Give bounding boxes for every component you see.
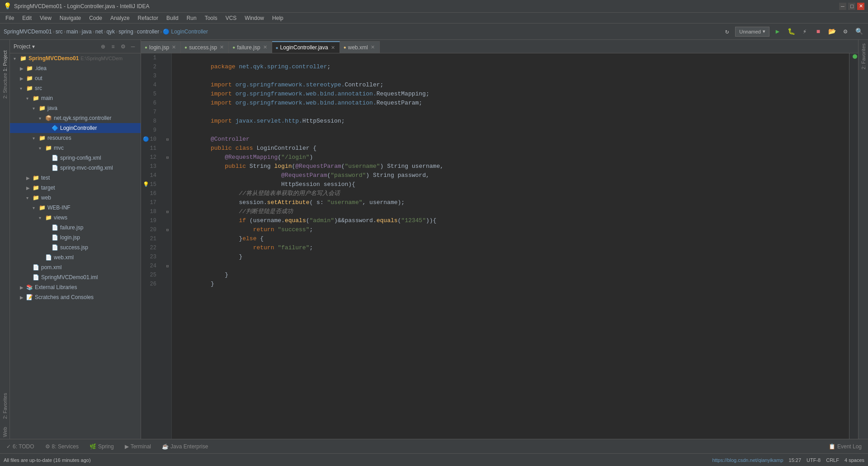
coverage-button[interactable]: ⚡ — [799, 26, 810, 37]
tree-test[interactable]: ▶ 📁 test — [10, 173, 141, 183]
structure-tool-btn[interactable]: 2: Structure — [0, 73, 10, 100]
fold-12[interactable]: ⊟ — [164, 153, 171, 162]
breadcrumb-net[interactable]: net — [95, 29, 103, 35]
gutter-10: 🔵10 — [141, 135, 160, 144]
run-button[interactable]: ▶ — [772, 26, 783, 37]
java-enterprise-label: Java Enterprise — [170, 443, 208, 450]
breadcrumb-project[interactable]: SpringMVCDemo01 — [4, 29, 52, 35]
menu-code[interactable]: Code — [85, 14, 106, 22]
tree-spring-config[interactable]: 📄 spring-config.xml — [10, 153, 141, 163]
menu-tools[interactable]: Tools — [201, 14, 221, 22]
sidebar-settings-btn[interactable]: ⚙ — [119, 43, 127, 51]
tab-success-jsp[interactable]: ● success.jsp ✕ — [181, 41, 229, 53]
menu-view[interactable]: View — [36, 14, 55, 22]
status-linesep[interactable]: CRLF — [826, 457, 839, 463]
bottom-tab-event-log[interactable]: 📋 Event Log — [824, 442, 866, 452]
settings-button[interactable]: ⚙ — [840, 26, 851, 37]
tab-close-login-jsp[interactable]: ✕ — [172, 44, 176, 50]
breadcrumb-src[interactable]: src — [56, 29, 63, 35]
bottom-tab-java-enterprise[interactable]: ☕ Java Enterprise — [157, 442, 212, 452]
title-bar-controls[interactable]: ─ ◻ ✕ — [839, 3, 864, 10]
tree-success-jsp[interactable]: 📄 success.jsp — [10, 243, 141, 252]
web-tool-btn[interactable]: Web — [0, 421, 10, 439]
menu-file[interactable]: File — [2, 14, 18, 22]
fold-24[interactable]: ⊟ — [164, 262, 171, 271]
menu-window[interactable]: Window — [241, 14, 268, 22]
restore-button[interactable]: ◻ — [848, 3, 855, 10]
tree-pom[interactable]: 📄 pom.xml — [10, 262, 141, 272]
project-tool-btn[interactable]: 1: Project — [0, 42, 10, 73]
tab-failure-jsp[interactable]: ● failure.jsp ✕ — [229, 41, 272, 53]
menu-vcs[interactable]: VCS — [222, 14, 241, 22]
menu-analyze[interactable]: Analyze — [107, 14, 133, 22]
bottom-tab-terminal[interactable]: ▶ Terminal — [120, 442, 156, 452]
tree-root[interactable]: ▾ 📁 SpringMVCDemo01 E:\SpringMVCDem — [10, 53, 141, 63]
fold-20[interactable]: ⊟ — [164, 225, 171, 234]
tab-login-jsp[interactable]: ● login.jsp ✕ — [141, 41, 181, 53]
tree-target[interactable]: ▶ 📁 target — [10, 183, 141, 193]
breadcrumb-main[interactable]: main — [66, 29, 78, 35]
tree-mvc[interactable]: ▾ 📁 mvc — [10, 143, 141, 153]
tree-package[interactable]: ▾ 📦 net.qyk.spring.controller — [10, 113, 141, 123]
tree-src[interactable]: ▾ 📁 src — [10, 83, 141, 93]
tree-out[interactable]: ▶ 📁 out — [10, 73, 141, 83]
tab-web-xml[interactable]: ● web.xml ✕ — [340, 41, 380, 53]
menu-edit[interactable]: Edit — [19, 14, 35, 22]
code-editor[interactable]: package net.qyk.spring.controller; impor… — [172, 53, 849, 439]
gutter-25: 25 — [141, 271, 160, 280]
menu-navigate[interactable]: Navigate — [56, 14, 85, 22]
menu-help[interactable]: Help — [269, 14, 287, 22]
tab-logincontroller-java[interactable]: ● LoginController.java ✕ — [272, 41, 340, 53]
breadcrumb-spring[interactable]: spring — [118, 29, 133, 35]
menu-build[interactable]: Build — [163, 14, 182, 22]
run-config[interactable]: Unnamed ▾ — [735, 27, 769, 37]
status-position[interactable]: 15:27 — [789, 457, 802, 463]
breadcrumb-controller[interactable]: controller — [137, 29, 159, 35]
stop-button[interactable]: ■ — [813, 26, 824, 37]
sidebar-collapse-btn[interactable]: ─ — [129, 43, 137, 51]
tree-logincontroller[interactable]: 🔷 LoginController — [10, 123, 141, 133]
sidebar-gear-btn[interactable]: ≡ — [109, 43, 117, 51]
tab-close-failure-jsp[interactable]: ✕ — [263, 44, 267, 50]
csdn-link[interactable]: https://blog.csdn.net/qianyikamp — [712, 457, 783, 463]
tree-idea[interactable]: ▶ 📁 .idea — [10, 63, 141, 73]
java-enterprise-icon: ☕ — [162, 443, 169, 450]
breadcrumb-java[interactable]: java — [82, 29, 92, 35]
tree-scratches[interactable]: ▶ 📝 Scratches and Consoles — [10, 292, 141, 302]
minimize-button[interactable]: ─ — [839, 3, 846, 10]
search-button[interactable]: 🔍 — [854, 26, 864, 37]
tree-external-libs[interactable]: ▶ 📚 External Libraries — [10, 282, 141, 292]
menu-run[interactable]: Run — [183, 14, 200, 22]
right-tool-favorites[interactable]: 2: Favorites — [859, 40, 868, 73]
tree-webinf[interactable]: ▾ 📁 WEB-INF — [10, 203, 141, 213]
close-button[interactable]: ✕ — [857, 3, 864, 10]
bottom-tab-services[interactable]: ⚙ 8: Services — [41, 442, 83, 452]
tree-web[interactable]: ▾ 📁 web — [10, 193, 141, 203]
tree-failure-jsp[interactable]: 📄 failure.jsp — [10, 223, 141, 233]
bottom-tab-todo[interactable]: ✓ 6: TODO — [2, 442, 39, 452]
tab-close-logincontroller[interactable]: ✕ — [331, 45, 335, 51]
fold-10[interactable]: ⊟ — [164, 135, 171, 144]
tree-resources[interactable]: ▾ 📁 resources — [10, 133, 141, 143]
debug-button[interactable]: 🐛 — [786, 26, 797, 37]
tree-views[interactable]: ▾ 📁 views — [10, 213, 141, 223]
project-structure-button[interactable]: 📂 — [826, 26, 837, 37]
breadcrumb-class[interactable]: 🔵 LoginController — [163, 29, 208, 35]
fold-18[interactable]: ⊟ — [164, 207, 171, 216]
sidebar-locate-btn[interactable]: ⊕ — [99, 43, 107, 51]
tab-close-success-jsp[interactable]: ✕ — [220, 44, 224, 50]
bottom-tab-spring[interactable]: 🌿 Spring — [85, 442, 118, 452]
tree-spring-mvc-config[interactable]: 📄 spring-mvc-config.xml — [10, 163, 141, 173]
status-indent[interactable]: 4 spaces — [844, 457, 864, 463]
tree-iml[interactable]: 📄 SpringMVCDemo01.iml — [10, 272, 141, 282]
tree-main[interactable]: ▾ 📁 main — [10, 93, 141, 103]
tree-java[interactable]: ▾ 📁 java — [10, 103, 141, 113]
breadcrumb-qyk[interactable]: qyk — [106, 29, 115, 35]
menu-refactor[interactable]: Refactor — [134, 14, 162, 22]
tree-web-xml[interactable]: 📄 web.xml — [10, 252, 141, 262]
sync-button[interactable]: ↻ — [722, 26, 732, 37]
status-encoding[interactable]: UTF-8 — [807, 457, 821, 463]
tab-close-web-xml[interactable]: ✕ — [371, 44, 375, 50]
tree-login-jsp[interactable]: 📄 login.jsp — [10, 233, 141, 243]
favorites-tool-btn[interactable]: 2: Favorites — [0, 394, 10, 421]
